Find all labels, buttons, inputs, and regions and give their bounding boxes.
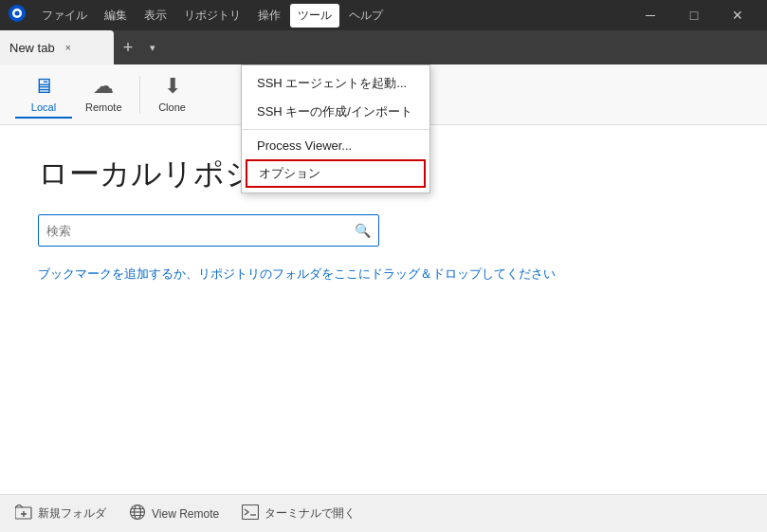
menu-separator <box>242 129 429 130</box>
menu-actions[interactable]: 操作 <box>250 4 288 28</box>
app-logo <box>8 4 27 27</box>
clone-icon: ⬇ <box>164 74 181 99</box>
search-box: 🔍 <box>38 214 379 247</box>
new-folder-button[interactable]: 新規フォルダ <box>15 504 106 523</box>
toolbar-clone[interactable]: ⬇ Clone <box>144 70 201 119</box>
new-tab-button[interactable]: + <box>114 30 142 64</box>
menu-ssh-agent[interactable]: SSH エージェントを起動... <box>242 69 429 98</box>
menu-file[interactable]: ファイル <box>34 4 95 28</box>
tools-dropdown-menu: SSH エージェントを起動... SSH キーの作成/インポート Process… <box>241 64 430 193</box>
remote-icon: ☁ <box>93 74 114 99</box>
svg-rect-11 <box>243 504 259 519</box>
local-label: Local <box>31 101 56 113</box>
title-bar: ファイル 編集 表示 リポジトリ 操作 ツール ヘルプ ─ □ ✕ <box>0 0 767 30</box>
menu-tools[interactable]: ツール <box>290 4 339 28</box>
current-tab[interactable]: New tab × <box>0 30 114 64</box>
tab-close-button[interactable]: × <box>61 40 76 55</box>
tab-dropdown-button[interactable]: ▾ <box>142 30 163 64</box>
maximize-button[interactable]: □ <box>672 0 716 30</box>
tab-bar: New tab × + ▾ <box>0 30 767 64</box>
view-remote-icon <box>129 504 146 524</box>
menu-repository[interactable]: リポジトリ <box>176 4 248 28</box>
menu-ssh-key[interactable]: SSH キーの作成/インポート <box>242 98 429 126</box>
drag-hint: ブックマークを追加するか、リポジトリのフォルダをここにドラッグ＆ドロップしてくだ… <box>38 266 729 283</box>
close-button[interactable]: ✕ <box>716 0 759 30</box>
toolbar-separator <box>139 76 140 114</box>
search-icon: 🔍 <box>355 223 371 238</box>
toolbar-remote[interactable]: ☁ Remote <box>72 70 136 119</box>
new-folder-icon <box>15 504 32 523</box>
svg-point-2 <box>15 11 20 16</box>
tab-label: New tab <box>9 41 55 55</box>
terminal-icon <box>242 504 259 523</box>
clone-label: Clone <box>158 101 186 113</box>
new-folder-label: 新規フォルダ <box>38 505 106 522</box>
menu-process-viewer[interactable]: Process Viewer... <box>242 133 429 158</box>
view-remote-button[interactable]: View Remote <box>129 504 219 524</box>
toolbar-local[interactable]: 🖥 Local <box>15 70 72 119</box>
open-terminal-button[interactable]: ターミナルで開く <box>242 504 356 523</box>
status-bar: 新規フォルダ View Remote ターミナルで開く <box>0 494 767 532</box>
menu-edit[interactable]: 編集 <box>97 4 135 28</box>
menu-options[interactable]: オプション <box>246 159 426 188</box>
remote-label: Remote <box>85 101 122 113</box>
minimize-button[interactable]: ─ <box>629 0 672 30</box>
menu-bar: ファイル 編集 表示 リポジトリ 操作 ツール ヘルプ <box>34 4 391 28</box>
window-controls: ─ □ ✕ <box>629 0 759 30</box>
local-icon: 🖥 <box>33 74 54 99</box>
menu-help[interactable]: ヘルプ <box>341 4 391 28</box>
view-remote-label: View Remote <box>152 507 219 521</box>
search-input[interactable] <box>46 224 355 238</box>
menu-view[interactable]: 表示 <box>137 4 174 28</box>
open-terminal-label: ターミナルで開く <box>265 505 356 522</box>
